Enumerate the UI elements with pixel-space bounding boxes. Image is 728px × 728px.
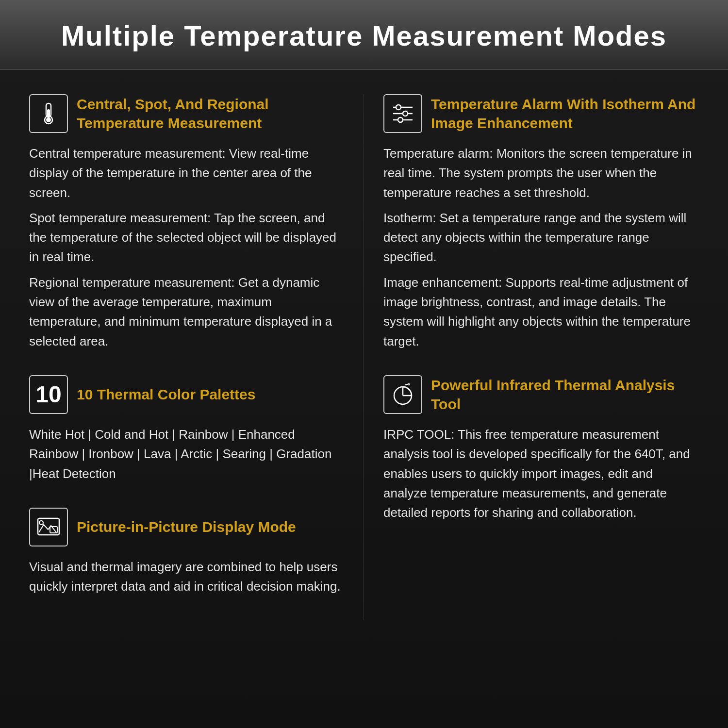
section-alarm: Temperature Alarm With Isotherm And Imag… — [383, 94, 699, 351]
irpc-para-1: IRPC TOOL: This free temperature measure… — [383, 425, 699, 522]
svg-point-12 — [398, 117, 403, 122]
thermometer-icon — [36, 101, 61, 126]
section-body-pip: Visual and thermal imagery are combined … — [29, 557, 344, 596]
thermometer-icon-box — [29, 94, 68, 133]
temp-para-1: Central temperature measurement: View re… — [29, 144, 344, 202]
sliders-icon-box — [383, 94, 422, 133]
section-title-palettes: 10 Thermal Color Palettes — [77, 385, 255, 404]
alarm-para-1: Temperature alarm: Monitors the screen t… — [383, 144, 699, 202]
section-color-palettes: 10 10 Thermal Color Palettes White Hot |… — [29, 375, 344, 483]
section-title-alarm: Temperature Alarm With Isotherm And Imag… — [431, 95, 699, 132]
section-body-temp: Central temperature measurement: View re… — [29, 144, 344, 351]
pip-para-1: Visual and thermal imagery are combined … — [29, 557, 344, 596]
section-header-alarm: Temperature Alarm With Isotherm And Imag… — [383, 94, 699, 133]
pie-chart-icon — [391, 382, 415, 407]
palettes-para-1: White Hot | Cold and Hot | Rainbow | Enh… — [29, 425, 344, 483]
svg-point-6 — [39, 521, 43, 525]
section-title-pip: Picture-in-Picture Display Mode — [77, 517, 296, 536]
header: Multiple Temperature Measurement Modes — [0, 0, 728, 70]
right-column: Temperature Alarm With Isotherm And Imag… — [364, 94, 699, 620]
left-column: Central, Spot, And Regional Temperature … — [29, 94, 364, 620]
section-body-palettes: White Hot | Cold and Hot | Rainbow | Enh… — [29, 425, 344, 483]
page-title: Multiple Temperature Measurement Modes — [29, 19, 699, 52]
section-header-irpc: Powerful Infrared Thermal Analysis Tool — [383, 375, 699, 414]
alarm-para-2: Isotherm: Set a temperature range and th… — [383, 208, 699, 267]
svg-point-3 — [46, 117, 51, 122]
svg-point-10 — [403, 111, 408, 116]
section-temp-measurement: Central, Spot, And Regional Temperature … — [29, 94, 344, 351]
pip-icon-box — [29, 508, 68, 546]
temp-para-2: Spot temperature measurement: Tap the sc… — [29, 208, 344, 267]
svg-point-8 — [396, 105, 401, 110]
section-pip: Picture-in-Picture Display Mode Visual a… — [29, 508, 344, 596]
section-header-palettes: 10 10 Thermal Color Palettes — [29, 375, 344, 414]
section-title-irpc: Powerful Infrared Thermal Analysis Tool — [431, 376, 699, 414]
section-irpc: Powerful Infrared Thermal Analysis Tool … — [383, 375, 699, 522]
number-10-box: 10 — [29, 375, 68, 414]
page-wrapper: Multiple Temperature Measurement Modes — [0, 0, 728, 728]
pip-icon — [36, 515, 61, 539]
temp-para-3: Regional temperature measurement: Get a … — [29, 273, 344, 351]
section-header-temp: Central, Spot, And Regional Temperature … — [29, 94, 344, 133]
content-grid: Central, Spot, And Regional Temperature … — [0, 70, 728, 645]
section-header-pip: Picture-in-Picture Display Mode — [29, 508, 344, 546]
section-body-alarm: Temperature alarm: Monitors the screen t… — [383, 144, 699, 351]
pie-chart-icon-box — [383, 375, 422, 414]
svg-rect-2 — [47, 109, 50, 118]
sliders-icon — [391, 101, 415, 126]
section-body-irpc: IRPC TOOL: This free temperature measure… — [383, 425, 699, 522]
alarm-para-3: Image enhancement: Supports real-time ad… — [383, 273, 699, 351]
section-title-temp: Central, Spot, And Regional Temperature … — [77, 95, 344, 132]
